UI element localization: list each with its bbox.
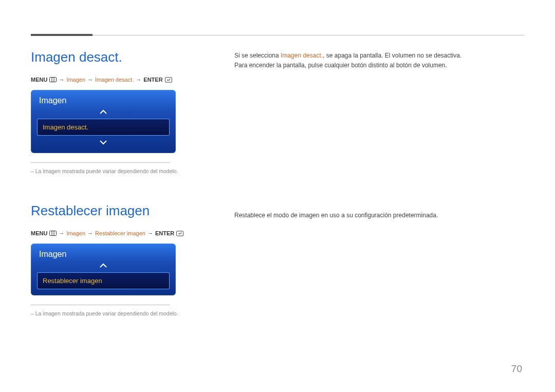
section-restablecer-imagen: Restablecer imagen MENU → Imagen → Resta… [31, 203, 216, 316]
right-column-section2: Restablece el modo de imagen en uso a su… [234, 211, 522, 220]
osd-item-imagen-desact[interactable]: Imagen desact. [37, 119, 170, 136]
arrow-icon: → [87, 77, 93, 83]
header-rule [31, 35, 524, 35]
header-rule-thick [31, 34, 92, 36]
osd-title: Imagen [31, 90, 176, 107]
osd-panel-imagen-desact: Imagen Imagen desact. [31, 90, 176, 153]
note-rule [31, 305, 170, 305]
note-rule [31, 162, 170, 163]
heading-imagen-desact: Imagen desact. [31, 49, 216, 65]
chevron-down-icon [31, 138, 176, 147]
arrow-icon: → [147, 230, 153, 236]
enter-icon [176, 231, 183, 236]
desc-line-1-em: Imagen desact. [281, 52, 323, 59]
menu-icon [49, 77, 57, 82]
osd-panel-restablecer-imagen: Imagen Restablecer imagen [31, 244, 176, 295]
osd-item-restablecer-imagen[interactable]: Restablecer imagen [37, 272, 170, 289]
arrow-icon: → [59, 77, 64, 83]
svg-rect-4 [50, 231, 57, 236]
svg-rect-0 [50, 78, 57, 82]
osd-title: Imagen [31, 244, 176, 261]
page-number: 70 [511, 363, 522, 375]
note-text: – La imagen mostrada puede variar depend… [31, 310, 216, 316]
arrow-icon: → [136, 77, 141, 83]
breadcrumb-step2: Imagen desact. [95, 77, 134, 83]
desc-line-1-tail: , se apaga la pantalla. El volumen no se… [323, 52, 461, 59]
breadcrumb-menu-label: MENU [31, 77, 47, 83]
breadcrumb-enter-label: ENTER [143, 77, 162, 83]
left-column: Imagen desact. MENU → Imagen → Imagen de… [31, 49, 216, 316]
section-imagen-desact: Imagen desact. MENU → Imagen → Imagen de… [31, 49, 216, 174]
breadcrumb-restablecer-imagen: MENU → Imagen → Restablecer imagen → ENT… [31, 230, 216, 236]
right-column-section1: Si se selecciona Imagen desact., se apag… [234, 51, 522, 70]
breadcrumb-step1: Imagen [66, 77, 85, 83]
heading-restablecer-imagen: Restablecer imagen [31, 203, 216, 219]
chevron-up-icon [31, 107, 176, 117]
breadcrumb-menu-label: MENU [31, 230, 47, 236]
menu-icon [49, 231, 57, 236]
breadcrumb-step2: Restablecer imagen [95, 230, 145, 236]
desc-line-2: Para encender la pantalla, pulse cualqui… [234, 61, 522, 70]
enter-icon [165, 77, 172, 82]
breadcrumb-imagen-desact: MENU → Imagen → Imagen desact. → ENTER [31, 77, 216, 83]
note-text: – La imagen mostrada puede variar depend… [31, 168, 216, 174]
breadcrumb-step1: Imagen [66, 230, 85, 236]
desc-restablecer: Restablece el modo de imagen en uso a su… [234, 211, 522, 220]
chevron-up-icon [31, 261, 176, 270]
arrow-icon: → [87, 230, 93, 236]
breadcrumb-enter-label: ENTER [155, 230, 174, 236]
desc-line-1-a: Si se selecciona [234, 52, 281, 59]
desc-line-1: Si se selecciona Imagen desact., se apag… [234, 51, 522, 61]
arrow-icon: → [59, 230, 64, 236]
